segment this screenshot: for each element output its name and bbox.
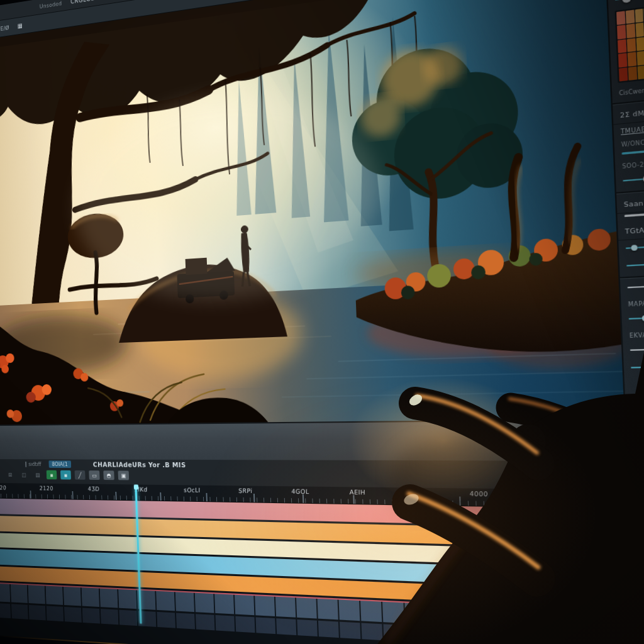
hand-overlay — [0, 0, 644, 644]
photo-of-editing-workstation: UnsodedCRGLGd neposzbeIACA-B WbogEVGohn … — [0, 0, 644, 644]
